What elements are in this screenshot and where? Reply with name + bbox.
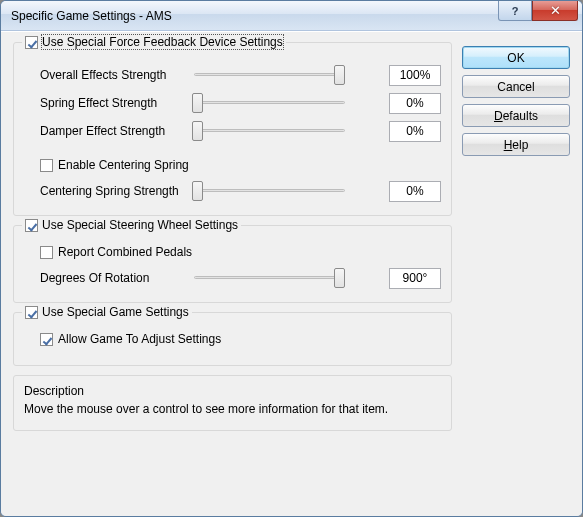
ffb-legend-checkbox[interactable]: [25, 36, 38, 49]
help-icon[interactable]: ?: [498, 1, 532, 21]
button-column: OK Cancel Defaults Help: [462, 42, 570, 504]
spring-effect-slider[interactable]: [192, 92, 347, 114]
overall-effects-row: Overall Effects Strength 100%: [24, 61, 441, 89]
description-title: Description: [24, 384, 441, 398]
description-box: Description Move the mouse over a contro…: [13, 375, 452, 431]
wheel-legend-label: Use Special Steering Wheel Settings: [42, 218, 238, 232]
enable-centering-checkbox[interactable]: [40, 159, 53, 172]
game-legend-label: Use Special Game Settings: [42, 305, 189, 319]
help-button[interactable]: Help: [462, 133, 570, 156]
cancel-button[interactable]: Cancel: [462, 75, 570, 98]
centering-strength-label: Centering Spring Strength: [24, 184, 184, 198]
description-text: Move the mouse over a control to see mor…: [24, 402, 441, 416]
window-title: Specific Game Settings - AMS: [11, 9, 172, 23]
rotation-row: Degrees Of Rotation 900°: [24, 264, 441, 292]
allow-adjust-checkbox[interactable]: [40, 333, 53, 346]
enable-centering-label: Enable Centering Spring: [58, 158, 189, 172]
rotation-value: 900°: [389, 268, 441, 289]
game-settings-group: Use Special Game Settings Allow Game To …: [13, 312, 452, 366]
client-area: Use Special Force Feedback Device Settin…: [1, 31, 582, 516]
overall-effects-value: 100%: [389, 65, 441, 86]
spring-effect-row: Spring Effect Strength 0%: [24, 89, 441, 117]
damper-effect-value: 0%: [389, 121, 441, 142]
force-feedback-group: Use Special Force Feedback Device Settin…: [13, 42, 452, 216]
centering-strength-row: Centering Spring Strength 0%: [24, 177, 441, 205]
close-icon[interactable]: ✕: [532, 1, 578, 21]
overall-effects-slider[interactable]: [192, 64, 347, 86]
overall-effects-label: Overall Effects Strength: [24, 68, 184, 82]
allow-adjust-row[interactable]: Allow Game To Adjust Settings: [24, 327, 441, 351]
rotation-label: Degrees Of Rotation: [24, 271, 184, 285]
ffb-legend-label: Use Special Force Feedback Device Settin…: [42, 35, 283, 49]
ok-button[interactable]: OK: [462, 46, 570, 69]
damper-effect-row: Damper Effect Strength 0%: [24, 117, 441, 145]
spring-effect-value: 0%: [389, 93, 441, 114]
dialog-window: Specific Game Settings - AMS ? ✕ Use Spe…: [0, 0, 583, 517]
rotation-slider[interactable]: [192, 267, 347, 289]
centering-strength-value: 0%: [389, 181, 441, 202]
game-legend[interactable]: Use Special Game Settings: [22, 305, 192, 319]
defaults-button[interactable]: Defaults: [462, 104, 570, 127]
damper-effect-label: Damper Effect Strength: [24, 124, 184, 138]
game-legend-checkbox[interactable]: [25, 306, 38, 319]
enable-centering-row[interactable]: Enable Centering Spring: [24, 153, 441, 177]
centering-strength-slider[interactable]: [192, 180, 347, 202]
damper-effect-slider[interactable]: [192, 120, 347, 142]
titlebar[interactable]: Specific Game Settings - AMS ? ✕: [1, 1, 582, 31]
titlebar-controls: ? ✕: [498, 1, 578, 21]
wheel-legend[interactable]: Use Special Steering Wheel Settings: [22, 218, 241, 232]
spring-effect-label: Spring Effect Strength: [24, 96, 184, 110]
main-column: Use Special Force Feedback Device Settin…: [13, 42, 452, 504]
ffb-legend[interactable]: Use Special Force Feedback Device Settin…: [22, 35, 286, 49]
combined-pedals-label: Report Combined Pedals: [58, 245, 192, 259]
combined-pedals-checkbox[interactable]: [40, 246, 53, 259]
wheel-legend-checkbox[interactable]: [25, 219, 38, 232]
combined-pedals-row[interactable]: Report Combined Pedals: [24, 240, 441, 264]
steering-wheel-group: Use Special Steering Wheel Settings Repo…: [13, 225, 452, 303]
allow-adjust-label: Allow Game To Adjust Settings: [58, 332, 221, 346]
